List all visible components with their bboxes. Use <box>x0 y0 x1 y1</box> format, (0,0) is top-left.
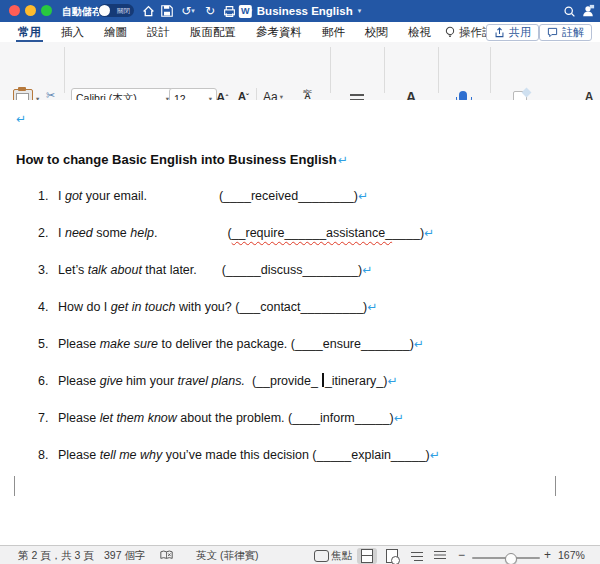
view-reading-mode-button[interactable] <box>382 548 402 564</box>
draft-view-icon <box>434 551 446 561</box>
list-item[interactable]: 8.Please tell me why you’ve made this de… <box>0 436 600 473</box>
view-draft-button[interactable] <box>430 548 450 564</box>
zoom-level[interactable]: 167% <box>558 549 585 561</box>
paragraph-mark-icon: ↵ <box>424 226 434 240</box>
text-boundary-mark-right <box>555 476 556 496</box>
list-number: 7. <box>38 411 58 425</box>
paragraph-mark-icon: ↵ <box>394 411 404 425</box>
share-icon <box>494 27 505 38</box>
print-layout-icon <box>361 549 373 563</box>
document-page[interactable]: ↵ How to change Basic English into Busin… <box>0 100 600 545</box>
lightbulb-icon <box>445 26 455 39</box>
list-item[interactable]: 7.Please let them know about the problem… <box>0 399 600 436</box>
outline-view-icon <box>411 551 423 561</box>
account-icon[interactable] <box>580 3 596 19</box>
autosave-state: 關閉 <box>117 7 130 16</box>
heading-text: How to change Basic English into Busines… <box>16 152 337 167</box>
ribbon-tab[interactable]: 郵件 <box>312 22 355 42</box>
zoom-window-button[interactable] <box>41 5 52 16</box>
word-app-icon: W <box>239 5 252 18</box>
list-item[interactable]: 4.How do I get in touch with you? (___co… <box>0 288 600 325</box>
document-title-area[interactable]: W Business English ▾ <box>239 0 361 22</box>
sentence-text: Please let them know about the problem. … <box>58 411 404 425</box>
ribbon-tab[interactable]: 參考資料 <box>246 22 312 42</box>
title-chevron-icon: ▾ <box>358 7 362 15</box>
list-number: 5. <box>38 337 58 351</box>
list-item[interactable]: 3.Let’s talk about that later.(_____disc… <box>0 251 600 288</box>
sentence-text: How do I get in touch with you? (___cont… <box>58 300 377 314</box>
redo-icon[interactable]: ↻ <box>202 3 218 19</box>
list-item[interactable]: 6.Please give him your travel plans. (__… <box>0 362 600 399</box>
paragraph-mark-icon: ↵ <box>367 300 377 314</box>
comments-button[interactable]: 註解 <box>539 24 592 41</box>
phonetic-guide-button[interactable]: abc A <box>303 89 312 99</box>
sentence-text: I got your email.(____received________)↵ <box>58 189 368 203</box>
comment-icon <box>547 27 558 38</box>
ribbon-tab[interactable]: 繪圖 <box>94 22 137 42</box>
ribbon-tab-row: 常用插入繪圖設計版面配置參考資料郵件校閱檢視 操作說明搜尋 共用 註解 <box>0 22 600 43</box>
list-item[interactable]: 1.I got your email.(____received________… <box>0 177 600 214</box>
word-count[interactable]: 397 個字 <box>104 549 145 563</box>
paragraph-mark-icon: ↵ <box>430 448 440 462</box>
share-button[interactable]: 共用 <box>486 24 539 41</box>
paragraph-mark-icon: ↵ <box>387 374 397 388</box>
proofing-status-icon[interactable] <box>160 550 173 563</box>
ribbon-tab[interactable]: 插入 <box>51 22 94 42</box>
phonetic-bottom: A <box>304 94 311 99</box>
paragraph-mark-icon: ↵ <box>362 263 372 277</box>
home-icon[interactable] <box>140 3 156 19</box>
sentence-text: Please give him your travel plans. (__pr… <box>58 373 397 388</box>
status-bar: 第 2 頁，共 3 頁 397 個字 英文 (菲律賓) 焦點 − + 167% <box>0 545 600 564</box>
list-number: 4. <box>38 300 58 314</box>
zoom-slider-knob[interactable] <box>505 553 517 564</box>
title-bar: 自動儲存 關閉 ↺▾ ↻ ▾ W Business English ▾ <box>0 0 600 22</box>
autosave-toggle[interactable]: 關閉 <box>98 4 134 17</box>
list-number: 6. <box>38 374 58 388</box>
sentence-text: I need some help.(__require______assista… <box>58 226 434 240</box>
zoom-out-button[interactable]: − <box>458 548 465 562</box>
ribbon-tab[interactable]: 常用 <box>8 22 51 42</box>
text-boundary-mark-left <box>14 476 15 496</box>
focus-toggle[interactable]: 焦點 <box>331 549 352 563</box>
language-indicator[interactable]: 英文 (菲律賓) <box>196 549 258 563</box>
view-print-layout-button[interactable] <box>357 548 377 564</box>
document-heading[interactable]: How to change Basic English into Busines… <box>16 152 600 167</box>
share-label: 共用 <box>509 25 531 40</box>
text-cursor <box>322 373 324 387</box>
paragraph-mark-icon: ↵ <box>338 153 348 167</box>
ribbon-home: ▾ ✂ 貼上 Calibri (本文)▾ 12▾ Aˆ Aˇ Aa▾ A abc… <box>0 42 600 101</box>
numbered-list[interactable]: 1.I got your email.(____received________… <box>0 177 600 473</box>
search-icon[interactable] <box>561 3 577 19</box>
sentence-text: Please make sure to deliver the package.… <box>58 337 424 351</box>
paragraph-mark-icon: ↵ <box>414 337 424 351</box>
print-icon[interactable] <box>221 3 237 19</box>
ribbon-tab[interactable]: 校閱 <box>355 22 398 42</box>
close-window-button[interactable] <box>9 5 20 16</box>
focus-icon <box>314 550 329 562</box>
paragraph-mark-icon: ↵ <box>358 189 368 203</box>
sentence-text: Let’s talk about that later.(_____discus… <box>58 263 372 277</box>
list-number: 2. <box>38 226 58 240</box>
comments-label: 註解 <box>562 25 584 40</box>
undo-icon[interactable]: ↺▾ <box>178 3 198 19</box>
paragraph-mark-line: ↵ <box>16 109 600 127</box>
ribbon-tabs: 常用插入繪圖設計版面配置參考資料郵件校閱檢視 <box>0 22 441 42</box>
paragraph-mark-icon: ↵ <box>16 112 26 126</box>
list-number: 1. <box>38 189 58 203</box>
save-icon[interactable] <box>159 3 175 19</box>
ribbon-tab[interactable]: 檢視 <box>398 22 441 42</box>
list-item[interactable]: 2.I need some help.(__require______assis… <box>0 214 600 251</box>
list-number: 3. <box>38 263 58 277</box>
sentence-text: Please tell me why you’ve made this deci… <box>58 448 440 462</box>
view-outline-button[interactable] <box>407 548 427 564</box>
autosave-label: 自動儲存 <box>62 5 102 19</box>
list-item[interactable]: 5.Please make sure to deliver the packag… <box>0 325 600 362</box>
minimize-window-button[interactable] <box>25 5 36 16</box>
ribbon-tab[interactable]: 設計 <box>137 22 180 42</box>
reading-mode-icon <box>386 549 398 563</box>
list-number: 8. <box>38 448 58 462</box>
ribbon-tab[interactable]: 版面配置 <box>180 22 246 42</box>
zoom-in-button[interactable]: + <box>544 548 551 562</box>
toggle-knob <box>99 5 110 16</box>
page-indicator[interactable]: 第 2 頁，共 3 頁 <box>18 549 94 563</box>
